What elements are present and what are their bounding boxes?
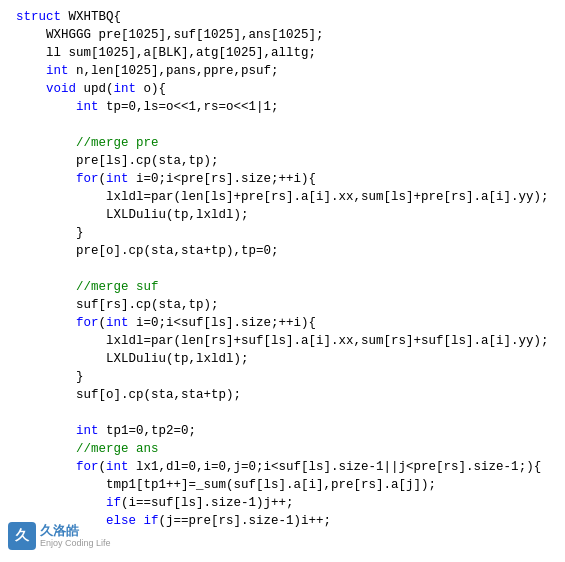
code-line: //merge pre xyxy=(0,134,565,152)
code-line: } xyxy=(0,368,565,386)
code-line: int n,len[1025],pans,ppre,psuf; xyxy=(0,62,565,80)
code-token: struct xyxy=(16,8,69,26)
code-line: lxldl=par(len[ls]+pre[rs].a[i].xx,sum[ls… xyxy=(0,188,565,206)
code-token: lxldl=par(len[rs]+suf[ls].a[i].xx,sum[rs… xyxy=(16,332,549,350)
code-line: lxldl=par(len[rs]+suf[ls].a[i].xx,sum[rs… xyxy=(0,332,565,350)
watermark-sub-text: Enjoy Coding Life xyxy=(40,538,111,549)
code-line: } xyxy=(0,224,565,242)
code-line: struct WXHTBQ{ xyxy=(0,8,565,26)
code-line: ll sum[1025],a[BLK],atg[1025],alltg; xyxy=(0,44,565,62)
code-token: (j==pre[rs].size-1)i++; xyxy=(159,512,332,530)
code-line xyxy=(0,404,565,422)
watermark-icon-text: 久 xyxy=(15,527,29,545)
code-line: if(i==suf[ls].size-1)j++; xyxy=(0,494,565,512)
code-token: if xyxy=(144,512,159,530)
code-line: WXHGGG pre[1025],suf[1025],ans[1025]; xyxy=(0,26,565,44)
code-line: for(int i=0;i<suf[ls].size;++i){ xyxy=(0,314,565,332)
code-token: int xyxy=(76,98,99,116)
code-token xyxy=(16,80,46,98)
code-token: tp=0,ls=o<<1,rs=o<<1|1; xyxy=(99,98,279,116)
code-token xyxy=(16,170,76,188)
code-line: //merge ans xyxy=(0,440,565,458)
code-token: for xyxy=(76,170,99,188)
code-token: upd( xyxy=(76,80,114,98)
code-token: lx1,dl=0,i=0,j=0;i<suf[ls].size-1||j<pre… xyxy=(129,458,542,476)
code-token: int xyxy=(76,422,99,440)
code-line: void upd(int o){ xyxy=(0,80,565,98)
code-token: } xyxy=(16,224,84,242)
watermark: 久 久洛皓 Enjoy Coding Life xyxy=(8,522,111,550)
code-token: ( xyxy=(99,314,107,332)
code-token: for xyxy=(76,314,99,332)
code-token: ( xyxy=(99,170,107,188)
code-token: //merge pre xyxy=(16,134,159,152)
code-line xyxy=(0,260,565,278)
watermark-main-text: 久洛皓 xyxy=(40,523,111,539)
code-line: tmp1[tp1++]=_sum(suf[ls].a[i],pre[rs].a[… xyxy=(0,476,565,494)
code-token xyxy=(136,512,144,530)
code-token: n,len[1025],pans,ppre,psuf; xyxy=(69,62,279,80)
code-token: lxldl=par(len[ls]+pre[rs].a[i].xx,sum[ls… xyxy=(16,188,549,206)
code-token: if xyxy=(106,494,121,512)
code-token: LXLDuliu(tp,lxldl); xyxy=(16,350,249,368)
code-token: //merge ans xyxy=(16,440,159,458)
code-token: tmp1[tp1++]=_sum(suf[ls].a[i],pre[rs].a[… xyxy=(16,476,436,494)
code-token: ll sum[1025],a[BLK],atg[1025],alltg; xyxy=(16,44,316,62)
code-token: int xyxy=(46,62,69,80)
code-token: int xyxy=(106,170,129,188)
code-token xyxy=(16,98,76,116)
code-token xyxy=(16,314,76,332)
code-token xyxy=(16,458,76,476)
code-line: int tp1=0,tp2=0; xyxy=(0,422,565,440)
code-line xyxy=(0,116,565,134)
watermark-icon: 久 xyxy=(8,522,36,550)
code-token: WXHTBQ{ xyxy=(69,8,122,26)
code-line: pre[ls].cp(sta,tp); xyxy=(0,152,565,170)
code-line: suf[rs].cp(sta,tp); xyxy=(0,296,565,314)
code-line: int tp=0,ls=o<<1,rs=o<<1|1; xyxy=(0,98,565,116)
code-token: void xyxy=(46,80,76,98)
code-token: int xyxy=(114,80,137,98)
code-token: i=0;i<pre[rs].size;++i){ xyxy=(129,170,317,188)
code-lines: struct WXHTBQ{ WXHGGG pre[1025],suf[1025… xyxy=(0,8,565,530)
code-token: o){ xyxy=(136,80,166,98)
watermark-text: 久洛皓 Enjoy Coding Life xyxy=(40,523,111,549)
code-line: //merge suf xyxy=(0,278,565,296)
code-token: //merge suf xyxy=(16,278,159,296)
code-line: for(int i=0;i<pre[rs].size;++i){ xyxy=(0,170,565,188)
code-line: LXLDuliu(tp,lxldl); xyxy=(0,206,565,224)
code-token xyxy=(16,422,76,440)
code-container: struct WXHTBQ{ WXHGGG pre[1025],suf[1025… xyxy=(0,0,565,562)
code-token: LXLDuliu(tp,lxldl); xyxy=(16,206,249,224)
code-token: ( xyxy=(99,458,107,476)
code-token: pre[o].cp(sta,sta+tp),tp=0; xyxy=(16,242,279,260)
code-token: (i==suf[ls].size-1)j++; xyxy=(121,494,294,512)
code-token: int xyxy=(106,314,129,332)
code-token: WXHGGG pre[1025],suf[1025],ans[1025]; xyxy=(16,26,324,44)
code-token xyxy=(16,494,106,512)
code-line: LXLDuliu(tp,lxldl); xyxy=(0,350,565,368)
code-token: i=0;i<suf[ls].size;++i){ xyxy=(129,314,317,332)
code-token: } xyxy=(16,368,84,386)
code-token: suf[rs].cp(sta,tp); xyxy=(16,296,219,314)
code-line: for(int lx1,dl=0,i=0,j=0;i<suf[ls].size-… xyxy=(0,458,565,476)
code-token: suf[o].cp(sta,sta+tp); xyxy=(16,386,241,404)
code-token: tp1=0,tp2=0; xyxy=(99,422,197,440)
code-token: int xyxy=(106,458,129,476)
code-token: pre[ls].cp(sta,tp); xyxy=(16,152,219,170)
code-token: for xyxy=(76,458,99,476)
code-token xyxy=(16,62,46,80)
code-line: suf[o].cp(sta,sta+tp); xyxy=(0,386,565,404)
code-line: pre[o].cp(sta,sta+tp),tp=0; xyxy=(0,242,565,260)
